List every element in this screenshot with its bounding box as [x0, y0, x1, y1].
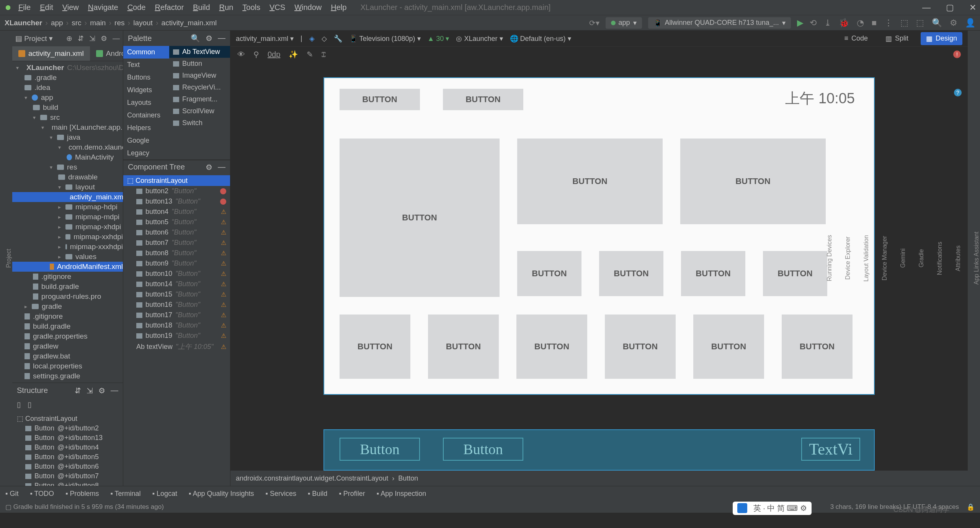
more3-icon[interactable]: ⬚ [916, 18, 924, 28]
menu-help[interactable]: Help [326, 2, 351, 13]
gutter-notifications[interactable]: Notifications [936, 38, 943, 478]
structure-root[interactable]: ⬚ ConstraintLayout [12, 414, 123, 424]
search-icon[interactable]: 🔍 [191, 34, 200, 43]
component-tree[interactable]: ⬚ ConstraintLayout button2 "Button" butt… [123, 174, 230, 486]
toolwin-app-inspection[interactable]: ▪ App Inspection [377, 490, 426, 498]
menu-navigate[interactable]: Navigate [83, 2, 123, 13]
breadcrumb[interactable]: activity_main.xml [162, 19, 217, 27]
breadcrumb[interactable]: app [51, 19, 63, 27]
toolwin-git[interactable]: ▪ Git [5, 490, 18, 498]
tree-item[interactable]: main [XLauncher.app.main] [12, 122, 123, 132]
lock-icon[interactable]: 🔒 [967, 503, 975, 511]
preview-button[interactable]: BUTTON [340, 139, 500, 297]
gear-icon[interactable]: ⚙ [950, 18, 957, 28]
menu-view[interactable]: View [58, 2, 83, 13]
debug-icon[interactable]: ⟲ [810, 18, 817, 28]
structure-item[interactable]: Button @+id/button4 [12, 443, 123, 452]
preview-button[interactable]: BUTTON [680, 139, 826, 224]
palette-item[interactable]: Switch [169, 117, 230, 129]
ime-btn[interactable]: ⚙ [800, 504, 807, 512]
menu-edit[interactable]: Edit [35, 2, 57, 13]
gutter-project[interactable]: Project [5, 38, 12, 478]
palette-cat[interactable]: Text [123, 59, 169, 71]
palette-cat[interactable]: Containers [123, 109, 169, 122]
preview-button[interactable]: BUTTON [517, 139, 663, 224]
more-icon[interactable]: ⋮ [884, 18, 893, 28]
structure-item[interactable]: Button @+id/button8 [12, 481, 123, 486]
breadcrumb[interactable]: res [114, 19, 124, 27]
preview-button[interactable]: BUTTON [340, 315, 410, 379]
ime-btn[interactable]: 中 [767, 504, 775, 512]
tab-activity-main[interactable]: activity_main.xml [12, 46, 90, 61]
theme-dd[interactable]: ◎ XLauncher ▾ [456, 34, 503, 43]
avatar-icon[interactable]: 👤 [965, 18, 975, 28]
hide-icon[interactable]: — [218, 163, 225, 172]
palette-items[interactable]: Ab TextViewButtonImageViewRecyclerVi...F… [169, 46, 230, 160]
wrench-icon[interactable]: 🔧 [334, 34, 342, 43]
palette-cat[interactable]: Widgets [123, 84, 169, 96]
menu-tools[interactable]: Tools [238, 2, 265, 13]
preview-button[interactable]: BUTTON [782, 315, 853, 379]
gutter-gradle[interactable]: Gradle [918, 38, 925, 478]
toolwin-problems[interactable]: ▪ Problems [65, 490, 99, 498]
gutter-device-explorer[interactable]: Device Explorer [844, 38, 851, 478]
preview-button[interactable]: BUTTON [428, 315, 499, 379]
tree-item[interactable]: build.gradle [12, 321, 123, 331]
ime-btn[interactable]: · [763, 504, 765, 512]
bp-button[interactable]: Button [443, 438, 523, 461]
preview-button[interactable]: BUTTON [340, 89, 420, 110]
structure-item[interactable]: Button @+id/button6 [12, 462, 123, 471]
menu-refactor[interactable]: Refactor [150, 2, 188, 13]
ime-btn[interactable]: 简 [777, 504, 785, 512]
palette-cat[interactable]: Layouts [123, 96, 169, 109]
run-icon[interactable]: ▶ [797, 18, 804, 28]
ctree-item[interactable]: button5 "Button"⚠ [123, 217, 230, 227]
palette-categories[interactable]: CommonTextButtonsWidgetsLayoutsContainer… [123, 46, 169, 160]
menu-window[interactable]: Window [290, 2, 326, 13]
menu-file[interactable]: File [14, 2, 35, 13]
tree-item[interactable]: mipmap-mdpi [12, 212, 123, 222]
toolwin-app-quality-insights[interactable]: ▪ App Quality Insights [189, 490, 254, 498]
tree-item[interactable]: settings.gradle [12, 371, 123, 381]
design-canvas[interactable]: 上午 10:05 BUTTON BUTTON BUTTON BUTTON BUT… [230, 62, 968, 471]
preview-button[interactable]: BUTTON [443, 89, 523, 110]
palette-item[interactable]: ScrollView [169, 105, 230, 117]
ctree-item[interactable]: button10 "Button"⚠ [123, 269, 230, 279]
tree-item[interactable]: drawable [12, 172, 123, 182]
tree-item[interactable]: src [12, 112, 123, 122]
gear-icon[interactable]: ⚙ [101, 34, 107, 43]
profiler-icon[interactable]: ◔ [857, 18, 864, 28]
eye-icon[interactable]: 👁 [237, 50, 245, 59]
layers-icon[interactable]: ◈ [309, 34, 315, 43]
tree-item[interactable]: gradlew [12, 341, 123, 351]
clear-icon[interactable]: ✎ [307, 50, 313, 59]
sel-icon[interactable]: ◇ [322, 34, 327, 43]
breadcrumb[interactable]: layout [133, 19, 153, 27]
ime-btn[interactable]: ⌨ [787, 504, 798, 512]
ime-btn[interactable]: 英 [753, 504, 761, 512]
run-config-app[interactable]: app▾ [606, 17, 642, 29]
ime-bar[interactable]: 英 · 中 简 ⌨ ⚙ [733, 502, 812, 515]
palette-item[interactable]: Fragment... [169, 93, 230, 105]
ctree-item[interactable]: button8 "Button"⚠ [123, 248, 230, 258]
ctree-item[interactable]: button6 "Button"⚠ [123, 227, 230, 238]
palette-item[interactable]: Button [169, 58, 230, 70]
tree-item[interactable]: layout [12, 182, 123, 192]
hide-icon[interactable]: — [218, 34, 225, 43]
ctree-item[interactable]: button9 "Button"⚠ [123, 258, 230, 269]
s-ic1[interactable]: ⇵ [75, 386, 81, 395]
gutter-app-links-assistant[interactable]: App Links Assistant [973, 38, 980, 478]
project-tree[interactable]: XLauncher C:\Users\szhou\Docu....gradle.… [12, 61, 123, 383]
close-icon[interactable]: ✕ [969, 3, 976, 13]
ctree-item[interactable]: button19 "Button"⚠ [123, 331, 230, 341]
bug-icon[interactable]: 🐞 [839, 18, 849, 28]
palette-item[interactable]: Ab TextView [169, 46, 230, 58]
project-dropdown[interactable]: ▤ Project ▾ [15, 34, 53, 43]
preview-button[interactable]: BUTTON [599, 251, 663, 296]
breadcrumb[interactable]: XLauncher [5, 19, 42, 27]
structure-item[interactable]: Button @+id/button2 [12, 424, 123, 433]
gear-icon[interactable]: ⚙ [206, 34, 212, 43]
tree-item[interactable]: MainActivity [12, 152, 123, 162]
more2-icon[interactable]: ⬚ [900, 18, 908, 28]
expand-icon[interactable]: ⇲ [89, 34, 95, 43]
